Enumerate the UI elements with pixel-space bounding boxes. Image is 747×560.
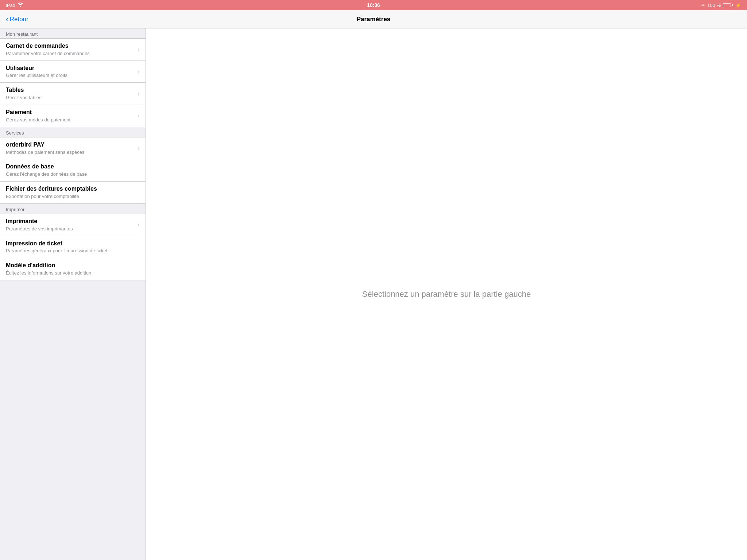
chevron-right-icon: › bbox=[138, 68, 140, 75]
chevron-right-icon: › bbox=[138, 112, 140, 120]
menu-item-donnees-de-base[interactable]: Données de base Gérez l'échange des donn… bbox=[0, 159, 146, 182]
menu-item-title: Modèle d'addition bbox=[6, 262, 140, 269]
settings-sidebar: Mon restaurant Carnet de commandes Param… bbox=[0, 28, 146, 560]
placeholder-text: Sélectionnez un paramètre sur la partie … bbox=[362, 289, 531, 299]
menu-item-title: Utilisateur bbox=[6, 65, 135, 72]
menu-item-subtitle: Éditez les informations sur votre additi… bbox=[6, 270, 140, 276]
chevron-right-icon: › bbox=[138, 46, 140, 53]
navigation-bar: ‹ Retour Paramètres bbox=[0, 10, 747, 28]
menu-item-title: Fichier des écritures comptables bbox=[6, 185, 140, 193]
menu-item-title: orderbird PAY bbox=[6, 141, 135, 149]
battery-icon bbox=[723, 3, 733, 7]
menu-item-subtitle: Paramètres généraux pour l'impression de… bbox=[6, 248, 140, 254]
section-header-mon-restaurant: Mon restaurant bbox=[0, 28, 146, 39]
menu-item-carnet-de-commandes[interactable]: Carnet de commandes Paramétrer votre car… bbox=[0, 39, 146, 61]
chevron-right-icon: › bbox=[138, 90, 140, 98]
menu-item-title: Tables bbox=[6, 86, 135, 94]
menu-item-fichier-ecritures[interactable]: Fichier des écritures comptables Exporta… bbox=[0, 182, 146, 204]
bluetooth-icon: ✳ bbox=[701, 3, 705, 8]
menu-item-utilisateur[interactable]: Utilisateur Gérer les utilisateurs et dr… bbox=[0, 61, 146, 83]
menu-item-title: Paiement bbox=[6, 109, 135, 116]
menu-item-subtitle: Gérez vos tables bbox=[6, 95, 135, 101]
status-bar-time: 10:36 bbox=[367, 2, 380, 8]
menu-item-title: Imprimante bbox=[6, 218, 135, 225]
back-label: Retour bbox=[10, 16, 28, 23]
content-area: Sélectionnez un paramètre sur la partie … bbox=[146, 28, 747, 560]
back-button[interactable]: ‹ Retour bbox=[0, 15, 73, 23]
status-bar-right: ✳ 100 % ⚡ bbox=[701, 3, 741, 8]
menu-item-subtitle: Paramètres de vos imprimantes bbox=[6, 226, 135, 232]
chevron-right-icon: › bbox=[138, 144, 140, 152]
menu-item-title: Données de base bbox=[6, 163, 140, 171]
menu-item-imprimante[interactable]: Imprimante Paramètres de vos imprimantes… bbox=[0, 214, 146, 236]
status-bar-left: iPad bbox=[6, 3, 23, 8]
menu-item-subtitle: Gérez vos modes de paiement bbox=[6, 117, 135, 123]
menu-item-subtitle: Gérez l'échange des données de base bbox=[6, 171, 140, 178]
menu-item-subtitle: Gérer les utilisateurs et droits bbox=[6, 73, 135, 79]
back-chevron-icon: ‹ bbox=[6, 15, 8, 23]
menu-item-title: Carnet de commandes bbox=[6, 42, 135, 50]
main-container: Mon restaurant Carnet de commandes Param… bbox=[0, 28, 747, 560]
menu-item-impression-ticket[interactable]: Impression de ticket Paramètres généraux… bbox=[0, 236, 146, 258]
section-header-services: Services bbox=[0, 127, 146, 137]
charging-icon: ⚡ bbox=[735, 3, 741, 8]
menu-item-paiement[interactable]: Paiement Gérez vos modes de paiement › bbox=[0, 105, 146, 127]
menu-item-orderbird-pay[interactable]: orderbird PAY Méthodes de paiement sans … bbox=[0, 137, 146, 160]
menu-item-subtitle: Méthodes de paiement sans espèces bbox=[6, 149, 135, 156]
menu-item-subtitle: Paramétrer votre carnet de commandes bbox=[6, 51, 135, 57]
menu-item-modele-addition[interactable]: Modèle d'addition Éditez les information… bbox=[0, 258, 146, 280]
section-header-imprimer: Imprimer bbox=[0, 204, 146, 214]
menu-item-tables[interactable]: Tables Gérez vos tables › bbox=[0, 83, 146, 105]
battery-percent: 100 % bbox=[707, 3, 721, 8]
page-title: Paramètres bbox=[357, 16, 391, 23]
wifi-icon bbox=[18, 3, 23, 8]
status-bar: iPad 10:36 ✳ 100 % ⚡ bbox=[0, 0, 747, 10]
menu-item-subtitle: Exportation pour votre comptabilité bbox=[6, 194, 140, 200]
device-label: iPad bbox=[6, 3, 15, 8]
chevron-right-icon: › bbox=[138, 221, 140, 229]
menu-item-title: Impression de ticket bbox=[6, 240, 140, 248]
